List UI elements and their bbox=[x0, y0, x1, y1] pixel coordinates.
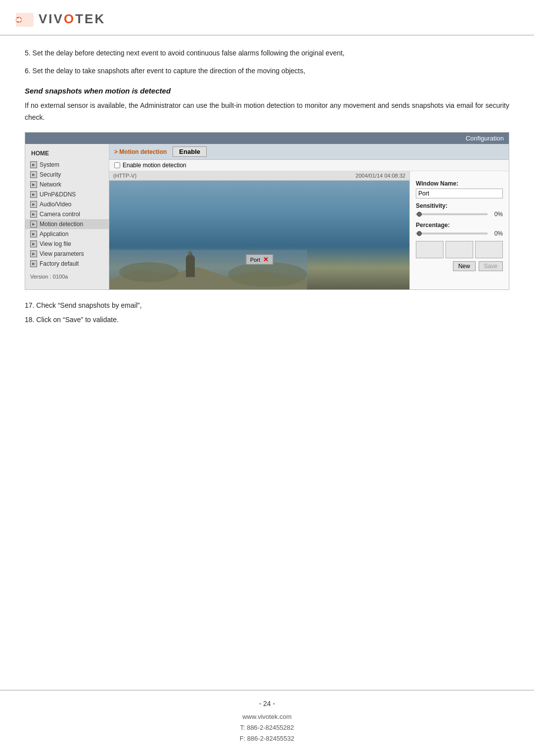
config-label: Configuration bbox=[466, 135, 504, 142]
window-name-label: Window Name: bbox=[416, 180, 503, 187]
instructions: 17. Check “Send snapshots by email”, 18.… bbox=[25, 300, 509, 325]
sidebar-item-audiovideo[interactable]: ► Audio/Video bbox=[25, 199, 109, 209]
main-panel: > Motion detection Enable Enable motion … bbox=[109, 144, 509, 289]
description-paragraph: If no external sensor is available, the … bbox=[25, 100, 509, 124]
percentage-slider-track bbox=[416, 233, 488, 235]
sidebar-item-cameracontrol[interactable]: ► Camera control bbox=[25, 209, 109, 219]
http-label: (HTTP-V) bbox=[113, 173, 136, 179]
sensitivity-slider-track bbox=[416, 213, 488, 215]
instruction-17: 17. Check “Send snapshots by email”, bbox=[25, 300, 509, 311]
percentage-label: Percentage: bbox=[416, 222, 503, 229]
sensitivity-slider-row: 0% bbox=[416, 211, 503, 218]
landscape-svg bbox=[109, 250, 307, 289]
arrow-icon-application: ► bbox=[30, 231, 37, 237]
textarea-3[interactable] bbox=[475, 241, 503, 258]
enable-motion-label: Enable motion detection bbox=[123, 162, 186, 169]
logo: VIVOTEK bbox=[15, 9, 519, 29]
arrow-icon-security: ► bbox=[30, 171, 37, 178]
sidebar-label-security: Security bbox=[40, 171, 61, 178]
arrow-icon-network: ► bbox=[30, 181, 37, 188]
enable-button[interactable]: Enable bbox=[173, 146, 207, 157]
percentage-slider-row: 0% bbox=[416, 230, 503, 237]
arrow-icon-cameracontrol: ► bbox=[30, 211, 37, 218]
window-name-input[interactable] bbox=[416, 189, 503, 198]
textarea-1[interactable] bbox=[416, 241, 444, 258]
enable-motion-row: Enable motion detection bbox=[109, 160, 509, 171]
svg-rect-9 bbox=[188, 252, 192, 253]
sidebar-label-application: Application bbox=[40, 231, 69, 237]
text-areas-row bbox=[416, 241, 503, 258]
sidebar-label-viewlog: View log file bbox=[40, 240, 71, 247]
save-button[interactable]: Save bbox=[479, 261, 503, 271]
paragraph-6: 6. Set the delay to take snapshots after… bbox=[25, 65, 509, 76]
video-overlay-box: Port ✕ bbox=[246, 254, 273, 265]
sidebar-item-security[interactable]: ► Security bbox=[25, 170, 109, 180]
section-heading: Send snapshots when motion is detected bbox=[25, 87, 509, 95]
arrow-icon-viewlog: ► bbox=[30, 240, 37, 247]
overlay-close-icon[interactable]: ✕ bbox=[263, 256, 268, 263]
sidebar-version: Version : 0100a bbox=[25, 269, 109, 282]
sidebar-item-motiondetection[interactable]: ► Motion detection bbox=[25, 219, 109, 229]
main-content: 5. Set the delay before detecting next e… bbox=[0, 36, 534, 690]
footer-info: www.vivotek.com T: 886-2-82455282 F: 886… bbox=[0, 711, 534, 744]
arrow-icon-upnp: ► bbox=[30, 191, 37, 198]
config-bar: Configuration bbox=[25, 133, 509, 144]
ui-body: HOME ► System ► Security ► Network ► UPn… bbox=[25, 144, 509, 289]
footer-fax: F: 886-2-82455532 bbox=[0, 733, 534, 744]
footer-phone: T: 886-2-82455282 bbox=[0, 722, 534, 733]
sidebar: HOME ► System ► Security ► Network ► UPn… bbox=[25, 144, 109, 289]
ui-screenshot: Configuration HOME ► System ► Security ►… bbox=[25, 132, 509, 290]
sidebar-label-system: System bbox=[40, 161, 59, 168]
overlay-port-text: Port bbox=[250, 257, 260, 263]
new-button[interactable]: New bbox=[453, 261, 476, 271]
sensitivity-label: Sensitivity: bbox=[416, 202, 503, 209]
arrow-icon-system: ► bbox=[30, 161, 37, 168]
settings-panel: Window Name: Sensitivity: 0% Percentage: bbox=[410, 171, 509, 289]
sidebar-label-network: Network bbox=[40, 181, 61, 188]
sidebar-item-application[interactable]: ► Application bbox=[25, 229, 109, 239]
percentage-slider-thumb[interactable] bbox=[417, 231, 422, 236]
sidebar-label-motiondetection: Motion detection bbox=[40, 221, 83, 228]
video-settings-row: (HTTP-V) 2004/01/14 04:08:32 bbox=[109, 171, 509, 289]
sidebar-label-factorydefault: Factory default bbox=[40, 260, 79, 267]
sidebar-label-cameracontrol: Camera control bbox=[40, 211, 80, 218]
timestamp: 2004/01/14 04:08:32 bbox=[356, 173, 405, 179]
sensitivity-slider-thumb[interactable] bbox=[417, 212, 422, 217]
svg-rect-3 bbox=[16, 18, 19, 21]
btn-row: New Save bbox=[416, 261, 503, 271]
header: VIVOTEK bbox=[0, 0, 534, 36]
sensitivity-percent: 0% bbox=[490, 211, 503, 218]
logo-text: VIVOTEK bbox=[39, 11, 105, 27]
textarea-2[interactable] bbox=[445, 241, 473, 258]
video-header: (HTTP-V) 2004/01/14 04:08:32 bbox=[109, 171, 409, 181]
instruction-18: 18. Click on “Save” to validate. bbox=[25, 314, 509, 325]
sidebar-item-upnp[interactable]: ► UPnP&DDNS bbox=[25, 189, 109, 199]
arrow-icon-motiondetection: ► bbox=[30, 221, 37, 228]
sidebar-label-audiovideo: Audio/Video bbox=[40, 201, 72, 208]
sidebar-item-viewlog[interactable]: ► View log file bbox=[25, 239, 109, 249]
video-frame: Port ✕ bbox=[109, 181, 409, 289]
footer-website: www.vivotek.com bbox=[0, 711, 534, 722]
sidebar-label-viewparams: View parameters bbox=[40, 250, 84, 257]
top-bar: > Motion detection Enable bbox=[109, 144, 509, 160]
enable-motion-checkbox[interactable] bbox=[114, 162, 120, 168]
arrow-icon-audiovideo: ► bbox=[30, 201, 37, 208]
sidebar-item-viewparams[interactable]: ► View parameters bbox=[25, 249, 109, 259]
footer: - 24 - www.vivotek.com T: 886-2-82455282… bbox=[0, 690, 534, 756]
svg-point-10 bbox=[119, 262, 178, 282]
video-area: (HTTP-V) 2004/01/14 04:08:32 bbox=[109, 171, 410, 289]
sidebar-item-system[interactable]: ► System bbox=[25, 160, 109, 170]
arrow-icon-viewparams: ► bbox=[30, 250, 37, 257]
sidebar-home[interactable]: HOME bbox=[25, 148, 109, 160]
footer-page-number: - 24 - bbox=[0, 700, 534, 708]
motion-detection-nav-label: > Motion detection bbox=[114, 148, 167, 155]
svg-rect-6 bbox=[186, 257, 195, 277]
sidebar-label-upnp: UPnP&DDNS bbox=[40, 191, 76, 198]
sidebar-item-factorydefault[interactable]: ► Factory default bbox=[25, 259, 109, 269]
percentage-percent: 0% bbox=[490, 230, 503, 237]
version-text: Version : 0100a bbox=[30, 274, 68, 280]
svg-point-11 bbox=[228, 262, 307, 287]
arrow-icon-factorydefault: ► bbox=[30, 260, 37, 267]
vivotek-logo-icon bbox=[15, 9, 35, 29]
sidebar-item-network[interactable]: ► Network bbox=[25, 180, 109, 189]
